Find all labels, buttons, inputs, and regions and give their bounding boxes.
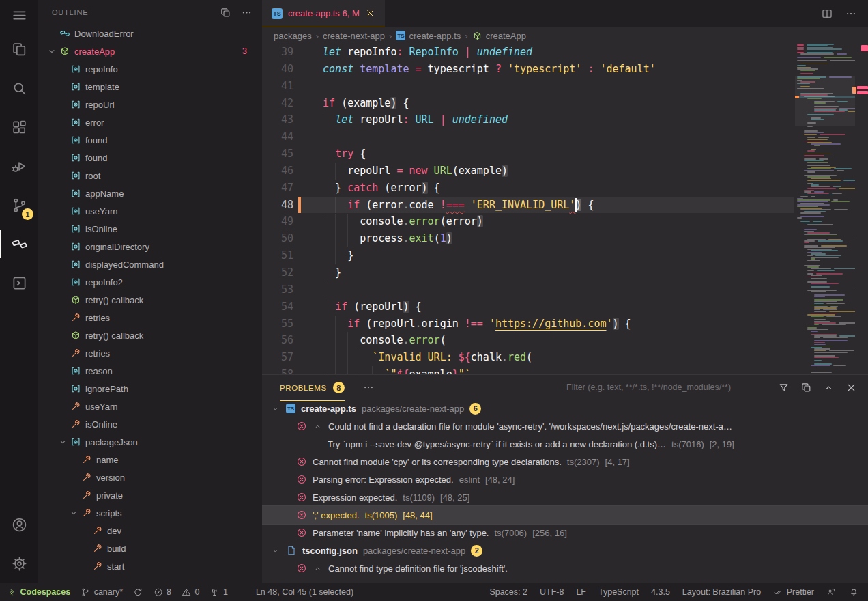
close-panel-icon[interactable] [845,382,857,393]
status-item-encoding[interactable]: UTF-8 [540,583,564,601]
close-tab-icon[interactable] [365,8,375,18]
editor-more-icon[interactable] [845,8,857,20]
code-area[interactable]: 3940414243444546474849505152535455565758… [262,44,868,374]
problems-group-create-app-ts[interactable]: TS create-app.ts packages/create-next-ap… [262,400,868,417]
chevron-down-icon[interactable] [270,546,280,556]
minimap[interactable] [795,44,855,374]
outline-item-repourl[interactable]: repoUrl [38,96,262,113]
status-item-sync[interactable] [133,583,143,601]
activity-item-extensions[interactable] [0,108,38,147]
outline-item-label: version [96,473,125,483]
maximize-panel-icon[interactable] [823,382,835,393]
problem-row[interactable]: Could not find a declaration file for mo… [262,417,868,435]
status-item-git-branch[interactable]: canary* [81,583,123,601]
status-item-prettier[interactable]: Prettier [773,583,814,601]
breadcrumb-item-createapp[interactable]: createApp [472,31,526,41]
problem-row[interactable]: Parameter 'name' implicitly has an 'any'… [262,524,868,542]
filter-icon[interactable] [778,382,790,393]
breadcrumb-item-packages[interactable]: packages [274,31,312,41]
outline-item-originaldirectory[interactable]: originalDirectory [38,238,262,255]
outline-item-repoinfo2[interactable]: repoInfo2 [38,273,262,291]
outline-item-ignorepath[interactable]: ignorePath [38,380,262,397]
outline-item-start[interactable]: start [38,557,262,575]
variable-icon [70,259,81,270]
problem-row[interactable]: Cannot find type definition file for 'js… [262,559,868,577]
activity-item-run-debug[interactable] [0,147,38,186]
minimap-slider[interactable] [795,76,855,126]
outline-item-useyarn[interactable]: useYarn [38,397,262,415]
outline-item-retry-callback[interactable]: retry() callback [38,326,262,344]
chevron-down-icon[interactable] [270,404,280,414]
status-item-ports[interactable]: 1 [209,583,227,601]
activity-item-source-control[interactable]: 1 [0,186,38,225]
status-item-indentation[interactable]: Spaces: 2 [489,583,527,601]
outline-item-error[interactable]: error [38,113,262,131]
tab-create-app-ts[interactable]: TS create-app.ts 6, M [262,0,385,27]
activity-item-explorer[interactable] [0,30,38,69]
outline-item-createapp[interactable]: createApp3 [38,42,262,60]
view-mode-icon[interactable] [800,382,812,393]
status-item-ts-version[interactable]: 4.3.5 [651,583,670,601]
problem-row[interactable]: ';' expected.ts(1005)[48, 44] [262,506,868,524]
outline-item-retries[interactable]: retries [38,344,262,362]
problem-row[interactable]: Parsing error: Expression expected.eslin… [262,471,868,488]
outline-item-appname[interactable]: appName [38,184,262,202]
outline-item-label: found [85,135,108,145]
status-item-feedback[interactable] [826,583,837,601]
line-number: 49 [262,213,293,230]
activity-item-settings[interactable] [0,544,38,583]
problem-row[interactable]: Cannot find module 'cpy' or its correspo… [262,453,868,471]
status-item-notifications[interactable] [849,583,859,601]
outline-item-isonline[interactable]: isOnline [38,415,262,433]
outline-item-name[interactable]: name [38,451,262,469]
problem-row[interactable]: Expression expected.ts(1109)[48, 25] [262,488,868,506]
status-item-eol[interactable]: LF [576,583,586,601]
collapse-message-icon[interactable] [313,563,323,574]
status-item-remote-host[interactable]: Codespaces [7,583,70,601]
outline-item-found[interactable]: found [38,149,262,167]
ports-icon [209,587,220,598]
breadcrumb-item-create-next-app[interactable]: create-next-app [323,31,385,41]
chevron-down-icon[interactable] [46,46,57,57]
outline-item-useyarn[interactable]: useYarn [38,202,262,220]
problem-row-continuation[interactable]: Try `npm i --save-dev @types/async-retry… [262,435,868,453]
outline-more-icon[interactable] [241,7,252,18]
panel-more-tabs-icon[interactable] [362,381,375,393]
problems-filter-input[interactable] [565,382,767,393]
outline-item-isonline[interactable]: isOnline [38,220,262,238]
activity-item-menu[interactable] [0,0,38,30]
status-item-cursor-position[interactable]: Ln 48, Col 45 (1 selected) [256,583,353,601]
activity-item-symbols[interactable] [0,225,38,264]
outline-item-template[interactable]: template [38,78,262,96]
outline-item-displayedcommand[interactable]: displayedCommand [38,255,262,273]
activity-item-account[interactable] [0,505,38,544]
outline-item-packagejson[interactable]: packageJson [38,433,262,451]
outline-item-found[interactable]: found [38,131,262,149]
problems-group-tsconfig-json[interactable]: tsconfig.json packages/create-next-app 2 [262,542,868,559]
activity-item-search[interactable] [0,69,38,108]
breadcrumb-item-create-app-ts[interactable]: TScreate-app.ts [396,31,461,41]
activity-item-remote-terminal[interactable] [0,264,38,303]
status-item-errors[interactable]: 8 [154,583,171,601]
outline-item-root[interactable]: root [38,167,262,184]
outline-item-private[interactable]: private [38,486,262,504]
status-item-language-mode[interactable]: TypeScript [598,583,639,601]
tab-problems[interactable]: PROBLEMS 8 [280,374,345,401]
outline-item-dev[interactable]: dev [38,522,262,540]
outline-item-repoinfo[interactable]: repoInfo [38,60,262,78]
outline-item-downloaderror[interactable]: DownloadError [38,25,262,42]
status-item-layout[interactable]: Layout: Brazilian Pro [682,583,761,601]
outline-item-scripts[interactable]: scripts [38,504,262,522]
outline-item-retry-callback[interactable]: retry() callback [38,291,262,309]
editor-actions [821,0,868,27]
outline-item-retries[interactable]: retries [38,309,262,326]
chevron-down-icon[interactable] [68,507,79,518]
status-item-warnings[interactable]: 0 [182,583,199,601]
collapse-all-icon[interactable] [220,7,231,18]
outline-item-build[interactable]: build [38,540,262,557]
collapse-message-icon[interactable] [313,421,323,432]
split-editor-icon[interactable] [821,8,833,20]
outline-item-reason[interactable]: reason [38,362,262,380]
outline-item-version[interactable]: version [38,469,262,486]
chevron-down-icon[interactable] [57,436,68,447]
